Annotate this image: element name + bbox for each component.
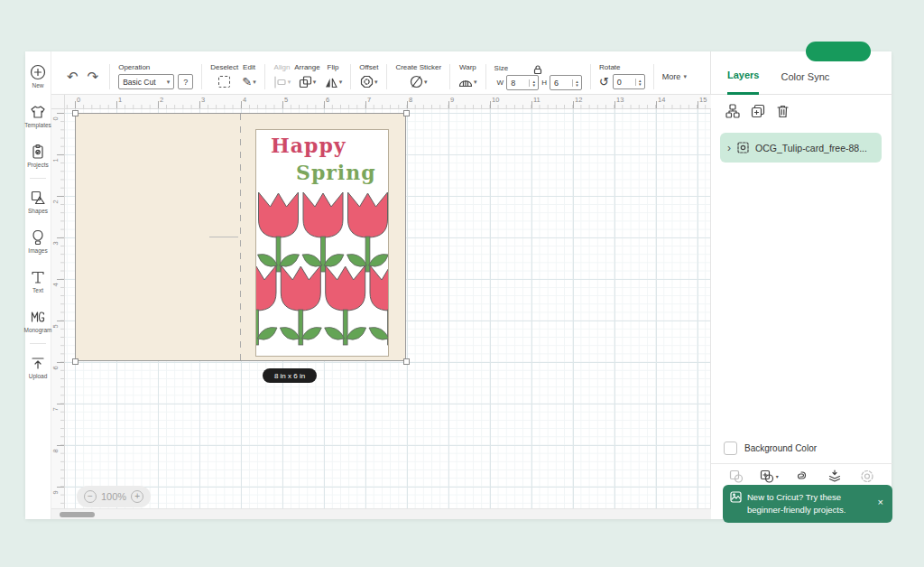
zoom-in-button[interactable]: + [131,490,143,503]
edit-button[interactable]: Edit ✎▾ [242,63,255,89]
make-it-button[interactable] [806,42,871,61]
flip-icon [324,76,338,88]
zoom-out-button[interactable]: − [84,490,97,503]
projects-icon [30,144,46,160]
images-icon [30,229,46,246]
ruler-number: 13 [616,96,624,104]
operation-value: Basic Cut [123,78,155,87]
tab-layers[interactable]: Layers [727,59,759,95]
slice-icon [729,469,744,483]
group-button[interactable] [725,104,740,122]
horizontal-scrollbar[interactable] [51,508,711,519]
sidebar-item-shapes[interactable]: Shapes [25,190,51,214]
chevron-right-icon[interactable]: › [727,142,731,154]
offset-icon [360,75,374,88]
layer-tools [725,104,790,122]
sidebar-item-new[interactable]: New [25,64,51,88]
sidebar-item-label: Templates [24,122,51,128]
sidebar-item-monogram[interactable]: Monogram [25,309,51,333]
sidebar-item-upload[interactable]: Upload [25,355,51,379]
chevron-down-icon: ▾ [253,79,256,86]
app-window: New Templates Projects Shapes Images Tex… [25,51,892,519]
selection-handle-top-left[interactable] [72,110,79,116]
selection-handle-bottom-right[interactable] [403,358,410,365]
card-text-happy: Happy [271,134,346,157]
ruler-number: 12 [575,96,582,104]
more-button[interactable]: More ▾ [662,72,687,81]
toolbar-divider [653,64,654,89]
sidebar-item-projects[interactable]: Projects [25,144,51,168]
ruler-number: 11 [533,96,541,104]
card-object[interactable]: Happy Spring [75,113,406,361]
duplicate-button[interactable] [751,104,765,122]
offset-label: Offset [359,63,378,71]
combine-icon [760,469,774,483]
card-front-panel[interactable]: Happy Spring [255,129,389,357]
rotate-input[interactable]: 0 ▴▾ [613,74,645,89]
chevron-down-icon: ▾ [374,79,378,86]
width-stepper[interactable]: ▴▾ [529,79,538,87]
toast-message: New to Cricut? Try these beginner-friend… [747,491,871,516]
ruler-corner [51,95,65,109]
stepper-down-icon: ▾ [576,83,578,87]
background-color-row[interactable]: Background Color [724,442,817,455]
height-label: H [541,79,547,87]
height-stepper[interactable]: ▴▾ [572,79,581,87]
ruler-number: 6 [326,96,329,104]
sidebar-item-label: Images [28,247,47,254]
tab-color-sync[interactable]: Color Sync [781,59,829,95]
warp-button[interactable]: Warp ▾ [458,63,477,89]
width-label: W [497,79,504,87]
rotate-group: Rotate ↺ 0 ▴▾ [599,63,645,89]
sidebar-item-images[interactable]: Images [25,229,51,254]
text-icon [30,269,46,285]
trash-icon [776,104,790,118]
canvas[interactable]: 0123456789101112131415 0123456789 Happy … [51,95,711,519]
lock-icon[interactable] [532,64,543,75]
tulips-graphic [256,190,389,357]
ruler-number: 5 [284,96,288,104]
ruler-number: 4 [51,283,60,286]
duplicate-icon [751,104,765,118]
delete-button[interactable] [776,104,790,122]
sidebar-item-templates[interactable]: Templates [25,104,51,128]
sidebar-item-label: Monogram [23,327,51,333]
stepper-down-icon: ▾ [639,82,642,86]
scrollbar-thumb[interactable] [60,512,95,517]
undo-button[interactable]: ↶ [64,69,81,85]
layer-row[interactable]: › OCG_Tulip-card_free-88... [720,133,882,163]
rotate-stepper[interactable]: ▴▾ [635,79,644,86]
toolbar-divider [449,64,450,89]
sidebar: New Templates Projects Shapes Images Tex… [25,51,51,519]
toolbar-divider [264,64,265,89]
ruler-number: 8 [51,449,60,452]
sidebar-item-label: Text [32,287,43,293]
operation-label: Operation [118,63,150,71]
arrange-label: Arrange [294,63,319,71]
offset-button[interactable]: Offset ▾ [359,63,378,89]
ruler-number: 0 [77,96,80,104]
deselect-button[interactable]: Deselect [210,63,238,89]
redo-button[interactable]: ↷ [85,69,102,85]
close-icon[interactable]: × [876,491,885,513]
arrange-button[interactable]: Arrange ▾ [294,63,319,89]
ruler-number: 3 [201,96,205,104]
selection-handle-bottom-left[interactable] [72,358,79,365]
pencil-icon: ✎ [242,75,252,88]
height-input[interactable]: 6 ▴▾ [550,75,582,90]
help-button[interactable]: ? [178,74,193,89]
create-sticker-button[interactable]: Create Sticker ▾ [395,63,441,89]
selection-handle-top-right[interactable] [403,110,410,116]
flip-button[interactable]: Flip ▾ [324,63,343,89]
operation-select[interactable]: Basic Cut ▾ [118,74,174,89]
create-sticker-label: Create Sticker [395,63,441,71]
ruler-vertical: 0123456789 [51,109,65,519]
toolbar-divider [201,64,202,89]
ruler-horizontal: 0123456789101112131415 [65,95,711,109]
deselect-label: Deselect [210,63,238,71]
sidebar-item-text[interactable]: Text [25,269,51,293]
ruler-number: 15 [699,96,707,104]
layer-name: OCG_Tulip-card_free-88... [755,143,867,153]
background-color-swatch[interactable] [724,442,737,455]
new-icon [30,64,46,80]
